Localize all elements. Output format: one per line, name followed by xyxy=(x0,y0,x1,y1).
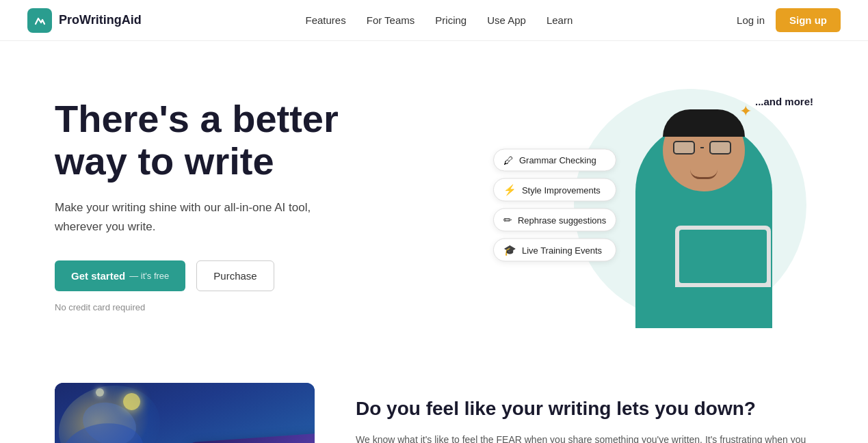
chip-grammar-label: Grammar Checking xyxy=(519,155,596,165)
hair xyxy=(663,109,745,137)
chip-grammar: 🖊 Grammar Checking xyxy=(493,149,616,172)
chip-style: ⚡ Style Improvements xyxy=(493,178,616,202)
brand-logo-icon xyxy=(27,8,52,33)
nav-pricing[interactable]: Pricing xyxy=(435,14,466,26)
section2-image: My idea in my head xyxy=(55,383,315,443)
grammar-icon: 🖊 xyxy=(503,155,514,166)
login-button[interactable]: Log in xyxy=(737,14,765,26)
nav-links: Features For Teams Pricing Use App Learn xyxy=(306,14,573,26)
chip-rephrase-label: Rephrase suggestions xyxy=(518,215,606,225)
smile xyxy=(690,170,718,179)
navbar-actions: Log in Sign up xyxy=(737,8,841,32)
section2-title: Do you feel like your writing lets you d… xyxy=(356,397,813,421)
section2: My idea in my head Do you feel like your… xyxy=(0,355,868,443)
no-credit-text: No credit card required xyxy=(55,302,479,312)
training-icon: 🎓 xyxy=(503,244,516,256)
navbar: ProWritingAid Features For Teams Pricing… xyxy=(0,0,868,41)
person-head xyxy=(663,109,745,191)
nav-for-teams[interactable]: For Teams xyxy=(367,14,415,26)
brand[interactable]: ProWritingAid xyxy=(27,8,142,33)
glasses xyxy=(673,140,731,155)
signup-button[interactable]: Sign up xyxy=(776,8,841,32)
chip-style-label: Style Improvements xyxy=(522,185,601,195)
feature-chips: 🖊 Grammar Checking ⚡ Style Improvements … xyxy=(493,149,616,262)
style-icon: ⚡ xyxy=(503,184,516,196)
hero-section: There's a better way to write Make your … xyxy=(0,41,868,355)
hero-subtitle: Make your writing shine with our all-in-… xyxy=(55,198,342,235)
section2-description: We know what it's like to feel the FEAR … xyxy=(356,432,813,443)
hero-buttons: Get started — it's free Purchase xyxy=(55,260,479,291)
chip-rephrase: ✏ Rephrase suggestions xyxy=(493,209,616,232)
nav-learn[interactable]: Learn xyxy=(547,14,573,26)
laptop xyxy=(675,226,771,287)
purchase-button[interactable]: Purchase xyxy=(196,260,274,291)
hero-left: There's a better way to write Make your … xyxy=(55,98,479,312)
hero-illustration xyxy=(615,103,793,328)
hero-right: 🖊 Grammar Checking ⚡ Style Improvements … xyxy=(479,82,827,328)
nav-features[interactable]: Features xyxy=(306,14,346,26)
section2-text: Do you feel like your writing lets you d… xyxy=(356,383,813,443)
get-started-suffix: — it's free xyxy=(129,271,169,281)
brand-name: ProWritingAid xyxy=(59,13,142,27)
rephrase-icon: ✏ xyxy=(503,214,512,226)
chip-training: 🎓 Live Training Events xyxy=(493,239,616,262)
nav-use-app[interactable]: Use App xyxy=(487,14,526,26)
get-started-button[interactable]: Get started — it's free xyxy=(55,260,185,291)
hero-title: There's a better way to write xyxy=(55,98,479,182)
chip-training-label: Live Training Events xyxy=(522,245,602,255)
